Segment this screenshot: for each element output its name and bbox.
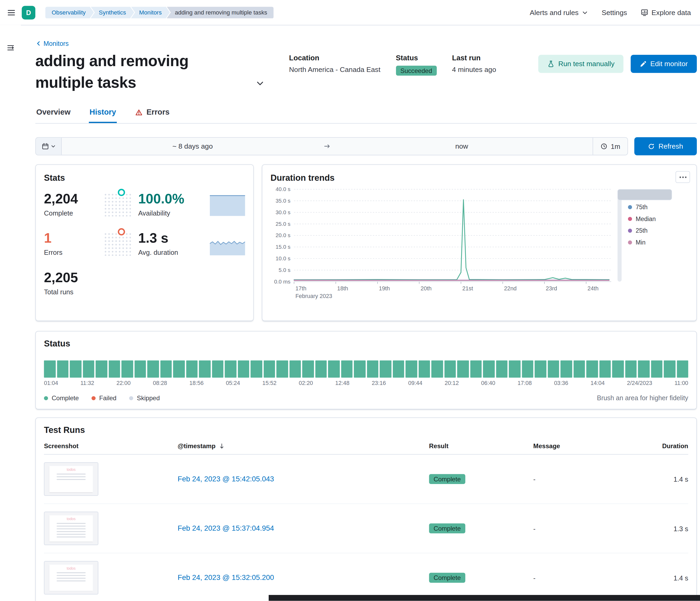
status-bar[interactable] (186, 361, 198, 377)
status-bar[interactable] (96, 361, 107, 377)
status-bar[interactable] (173, 361, 184, 377)
status-bar[interactable] (419, 361, 430, 377)
x-axis-label: 17:08 (518, 380, 532, 386)
screenshot-thumbnail[interactable]: todos (44, 512, 98, 545)
status-bar[interactable] (354, 361, 366, 377)
status-bar[interactable] (470, 361, 482, 377)
clock-icon (600, 143, 607, 150)
status-bar[interactable] (560, 361, 572, 377)
status-bar[interactable] (302, 361, 314, 377)
breadcrumb[interactable]: Monitors (131, 7, 170, 19)
chevron-down-icon (582, 9, 588, 16)
status-bar[interactable] (612, 361, 624, 377)
chart-options-icon[interactable] (675, 171, 690, 183)
back-to-monitors-link[interactable]: Monitors (35, 40, 69, 47)
screenshot-line (57, 537, 85, 538)
status-bar[interactable] (109, 361, 120, 377)
refresh-button[interactable]: Refresh (634, 137, 697, 155)
status-bar[interactable] (380, 361, 391, 377)
duration-chart[interactable]: 0.0 ms5.0 s10.0 s15.0 s20.0 s25.0 s30.0 … (271, 185, 615, 302)
status-bar[interactable] (328, 361, 340, 377)
timestamp-link[interactable]: Feb 24, 2023 @ 15:42:05.043 (178, 475, 274, 483)
scrollbar-thumb[interactable] (618, 189, 672, 200)
status-bar[interactable] (238, 361, 249, 377)
status-bar[interactable] (431, 361, 443, 377)
status-bar[interactable] (548, 361, 559, 377)
screenshot-thumbnail[interactable]: todos (44, 463, 98, 496)
expand-sidebar-icon[interactable] (7, 43, 14, 52)
status-bar[interactable] (509, 361, 521, 377)
status-bar[interactable] (160, 361, 172, 377)
legend-item[interactable]: 25th (628, 227, 670, 234)
status-bar[interactable] (444, 361, 456, 377)
end-date-button[interactable]: now (331, 138, 593, 155)
breadcrumb[interactable]: adding and removing multiple tasks (167, 7, 273, 19)
status-bar[interactable] (341, 361, 352, 377)
date-range-picker: ~ 8 days ago now 1m (35, 137, 628, 155)
status-bar[interactable] (522, 361, 533, 377)
location-label: Location (289, 54, 380, 62)
space-avatar[interactable]: D (22, 5, 35, 19)
status-bar[interactable] (573, 361, 585, 377)
explore-data-link[interactable]: Explore data (641, 8, 691, 17)
breadcrumb[interactable]: Synthetics (91, 7, 134, 19)
status-bar[interactable] (625, 361, 637, 377)
status-bar[interactable] (496, 361, 507, 377)
legend-item[interactable]: 75th (628, 204, 670, 211)
timestamp-link[interactable]: Feb 24, 2023 @ 15:37:04.954 (178, 524, 274, 532)
menu-icon[interactable] (7, 8, 15, 17)
screenshot-thumbnail[interactable]: todos (44, 561, 98, 594)
status-bar[interactable] (250, 361, 262, 377)
status-bar[interactable] (134, 361, 146, 377)
column-timestamp[interactable]: @timestamp (178, 442, 429, 449)
status-bar[interactable] (535, 361, 546, 377)
settings-link[interactable]: Settings (602, 8, 627, 17)
x-axis-label: 20:12 (445, 380, 459, 386)
screenshot-line (57, 575, 85, 576)
status-bar[interactable] (212, 361, 223, 377)
status-bar[interactable] (599, 361, 611, 377)
status-bar[interactable] (393, 361, 404, 377)
status-bar[interactable] (264, 361, 275, 377)
run-test-manually-button[interactable]: Run test manually (539, 55, 624, 73)
monitor-selector-chevron-icon[interactable] (255, 79, 265, 88)
tab-overview[interactable]: Overview (35, 105, 71, 123)
status-bar[interactable] (199, 361, 210, 377)
status-bar[interactable] (289, 361, 301, 377)
status-bar[interactable] (122, 361, 133, 377)
status-bar[interactable] (44, 361, 56, 377)
status-bar[interactable] (586, 361, 598, 377)
availability-marker-icon (118, 189, 125, 196)
tab-errors[interactable]: Errors (134, 105, 171, 123)
start-date-button[interactable]: ~ 8 days ago (62, 138, 324, 155)
chart-scrollbar[interactable] (618, 189, 621, 282)
status-bar[interactable] (276, 361, 288, 377)
status-bar[interactable] (405, 361, 417, 377)
legend-item[interactable]: Min (628, 239, 670, 246)
status-bar[interactable] (83, 361, 94, 377)
timestamp-link[interactable]: Feb 24, 2023 @ 15:32:05.200 (178, 574, 274, 581)
screenshot-cell: todos (44, 463, 178, 496)
status-bar[interactable] (457, 361, 469, 377)
status-bar[interactable] (483, 361, 495, 377)
status-bar[interactable] (57, 361, 69, 377)
status-bar[interactable] (638, 361, 650, 377)
legend-item[interactable]: Median (628, 215, 670, 223)
edit-monitor-button[interactable]: Edit monitor (631, 55, 697, 73)
status-bar[interactable] (651, 361, 662, 377)
status-bar[interactable] (147, 361, 159, 377)
status-bar[interactable] (664, 361, 675, 377)
status-bar[interactable] (367, 361, 378, 377)
status-bar[interactable] (315, 361, 327, 377)
alerts-and-rules-menu[interactable]: Alerts and rules (530, 8, 588, 17)
page-title: adding and removing multiple tasks (35, 50, 244, 94)
refresh-label: Refresh (658, 142, 683, 151)
breadcrumb[interactable]: Observability (45, 7, 94, 19)
quick-select-button[interactable] (36, 138, 62, 155)
status-bar[interactable] (225, 361, 236, 377)
status-bars[interactable] (44, 361, 689, 377)
refresh-interval-button[interactable]: 1m (593, 138, 627, 155)
status-bar[interactable] (70, 361, 81, 377)
tab-history[interactable]: History (89, 105, 117, 123)
status-bar[interactable] (677, 361, 689, 377)
